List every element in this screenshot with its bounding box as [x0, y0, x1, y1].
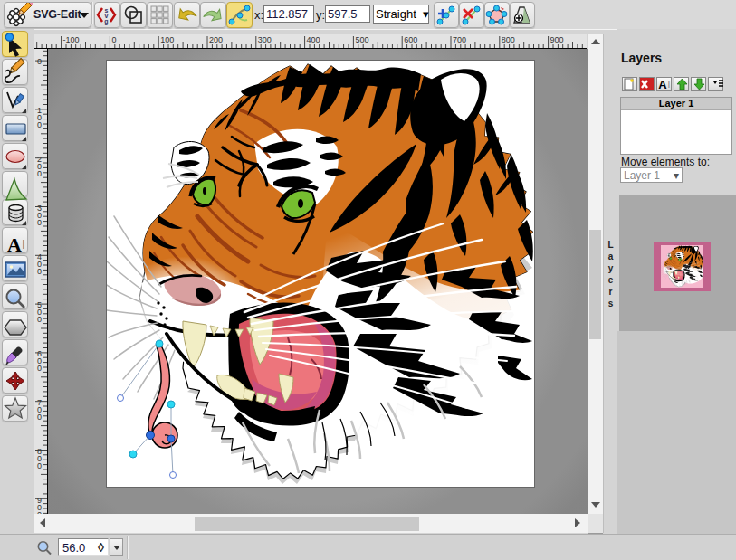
svg-text:0: 0 — [37, 461, 42, 470]
svg-text:0: 0 — [37, 218, 42, 227]
svg-text:0: 0 — [37, 413, 42, 422]
svg-text:0: 0 — [37, 120, 42, 129]
svg-text:A: A — [658, 78, 667, 91]
svg-text:700: 700 — [453, 35, 466, 44]
svg-text:500: 500 — [355, 35, 368, 44]
svg-text:400: 400 — [307, 35, 320, 44]
svg-text:0: 0 — [37, 315, 42, 324]
svg-text:0: 0 — [37, 57, 42, 66]
svg-text:0: 0 — [37, 364, 42, 373]
svg-text:g: g — [104, 18, 108, 25]
svg-text:900: 900 — [550, 35, 564, 44]
svg-text:200: 200 — [209, 35, 223, 44]
svg-text:800: 800 — [502, 35, 515, 44]
svg-text:300: 300 — [258, 35, 272, 44]
svg-text:0: 0 — [37, 267, 42, 276]
svg-text:I: I — [668, 80, 671, 90]
svg-text:0: 0 — [37, 169, 42, 178]
svg-text:100: 100 — [160, 35, 174, 44]
svg-text:-100: -100 — [63, 35, 80, 44]
svg-text:600: 600 — [404, 35, 417, 44]
svg-text:0: 0 — [111, 35, 116, 44]
